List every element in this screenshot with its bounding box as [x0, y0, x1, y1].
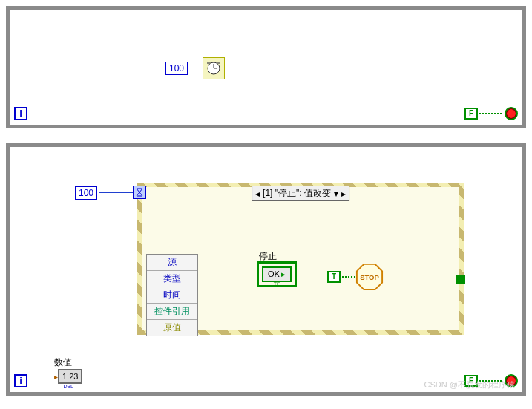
wire	[342, 276, 355, 278]
hourglass-icon	[135, 188, 144, 197]
event-case-selector[interactable]: ◂ [1] "停止": 值改变 ▾ ▸	[252, 186, 349, 201]
svg-rect-3	[207, 62, 211, 64]
numeric-label: 数值	[54, 356, 82, 369]
event-node-ctlref[interactable]: 控件引用	[147, 304, 197, 320]
event-node-type[interactable]: 类型	[147, 271, 197, 287]
stop-primitive[interactable]: STOP	[355, 263, 384, 291]
wire	[99, 192, 137, 193]
event-case-label: [1] "停止": 值改变	[263, 187, 331, 200]
wire	[479, 113, 502, 114]
prev-case-arrow-icon[interactable]: ◂	[255, 189, 260, 199]
numeric-value: 1.23	[58, 369, 82, 384]
dropdown-arrow-icon[interactable]: ▾	[334, 189, 338, 199]
stop-button-label: 停止	[259, 250, 277, 263]
wait-ms-function[interactable]	[203, 57, 225, 79]
stop-button-inner: OK▸ TF	[263, 268, 290, 281]
next-case-arrow-icon[interactable]: ▸	[341, 189, 346, 199]
clock-icon	[206, 61, 221, 76]
svg-rect-4	[217, 62, 220, 64]
while-loop-2: 100 ◂ [1] "停止": 值改变 ▾ ▸ 源 类型 时间 控件引用 原值 …	[6, 143, 526, 396]
loop-condition-terminal[interactable]	[505, 107, 518, 120]
numeric-constant-100[interactable]: 100	[165, 62, 188, 75]
numeric-indicator[interactable]: 数值 ▸ 1.23 DBL	[54, 356, 82, 389]
while-loop-1: 100 i F	[6, 6, 526, 128]
event-node-oldval[interactable]: 原值	[147, 320, 197, 336]
event-structure[interactable]: ◂ [1] "停止": 值改变 ▾ ▸ 源 类型 时间 控件引用 原值 停止 O…	[137, 183, 464, 335]
wire	[189, 68, 203, 68]
stop-button-terminal[interactable]: 停止 OK▸ TF	[257, 261, 297, 287]
boolean-tunnel	[456, 275, 465, 284]
watermark: CSDN @不脱发的程序猿	[424, 379, 515, 390]
event-node-time[interactable]: 时间	[147, 287, 197, 304]
iteration-terminal[interactable]: i	[14, 107, 27, 120]
false-constant[interactable]: F	[464, 108, 478, 120]
event-data-node[interactable]: 源 类型 时间 控件引用 原值	[146, 254, 198, 336]
numeric-constant-100-timeout[interactable]: 100	[75, 186, 97, 200]
iteration-terminal[interactable]: i	[14, 374, 27, 387]
svg-text:STOP: STOP	[360, 273, 379, 281]
chevron-right-icon: ▸	[281, 269, 286, 278]
event-node-source[interactable]: 源	[147, 255, 197, 271]
true-constant[interactable]: T	[327, 271, 341, 283]
timeout-terminal[interactable]	[133, 186, 146, 199]
